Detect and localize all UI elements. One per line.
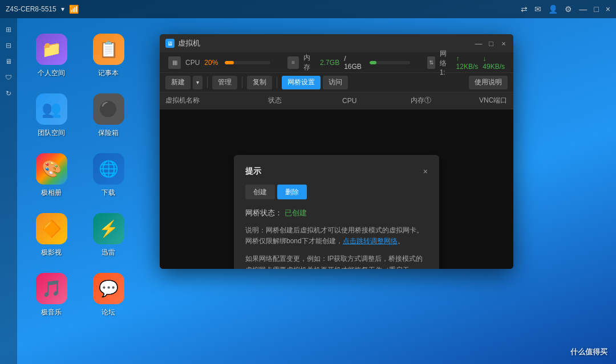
- photo-album-icon: 🎨: [36, 153, 67, 185]
- memory-total: / 16GB: [344, 55, 363, 71]
- desktop: Z4S-CER8-5515 ▾ 📶 ⇄ ✉ 👤 ⚙ — □ × ⊞ ⊟ 🖥 🛡 …: [0, 0, 616, 364]
- notepad-label: 记事本: [98, 68, 119, 78]
- dialog-close-x-btn[interactable]: ×: [423, 167, 428, 176]
- network-icon: ⇅: [427, 56, 435, 69]
- dialog-tabs: 创建 删除: [245, 185, 428, 199]
- vm-content-area: 提示 × 创建 删除 网桥状态： 已创建 说明：网桥创建后虚拟机才可以使用桥接模…: [160, 109, 513, 269]
- desktop-icon-video[interactable]: 🔶 极影视: [23, 205, 80, 265]
- download-label: 下载: [102, 188, 115, 198]
- network-up: ↑ 12KB/s: [456, 55, 479, 71]
- notepad-icon: 📋: [93, 34, 124, 65]
- dialog-status-value: 已创建: [285, 208, 307, 217]
- dialog-tab-delete[interactable]: 删除: [277, 185, 307, 199]
- minimize-icon[interactable]: —: [579, 5, 587, 14]
- desktop-icon-safe[interactable]: ⚫ 保险箱: [80, 85, 137, 145]
- desktop-icon-music[interactable]: 🎵 极音乐: [23, 265, 80, 325]
- memory-progress-bar: [370, 61, 376, 64]
- logs-button[interactable]: 访问: [323, 76, 348, 89]
- memory-icon: ≡: [287, 56, 298, 69]
- desktop-icon-team-space[interactable]: 👥 团队空间: [23, 85, 80, 145]
- vm-window-title: 虚拟机: [178, 38, 200, 48]
- sidebar-grid-icon[interactable]: ⊟: [3, 40, 14, 51]
- taskbar-device-title[interactable]: Z4S-CER8-5515: [6, 5, 56, 13]
- user-icon[interactable]: 👤: [548, 5, 558, 14]
- network-down: ↓ 49KB/s: [483, 55, 505, 71]
- desktop-icon-forum[interactable]: 💬 论坛: [80, 265, 137, 325]
- desktop-icons-grid: 📁 个人空间 📋 记事本 👥 团队空间 ⚫ 保险箱 🎨 极相册 🌐 下载 🔶 极…: [23, 26, 137, 364]
- dialog-desc-link[interactable]: 点击跳转调整网络: [343, 237, 398, 245]
- safe-label: 保险箱: [98, 128, 119, 138]
- new-button[interactable]: 新建: [165, 76, 191, 89]
- cpu-progress-bar: [225, 61, 234, 64]
- desktop-icon-personal-space[interactable]: 📁 个人空间: [23, 26, 80, 85]
- memory-status: ≡ 内存 2.7GB / 16GB: [287, 53, 410, 72]
- dialog-status-row: 网桥状态： 已创建: [245, 207, 428, 218]
- sidebar-refresh-icon[interactable]: ↻: [3, 88, 14, 99]
- sidebar-monitor-icon[interactable]: 🖥: [3, 56, 14, 67]
- forum-icon: 💬: [93, 273, 124, 304]
- new-dropdown[interactable]: ▾: [193, 76, 202, 89]
- taskbar-dropdown-arrow[interactable]: ▾: [61, 5, 64, 13]
- xunlei-label: 迅雷: [102, 248, 115, 257]
- cpu-icon: ▦: [168, 56, 181, 69]
- sidebar-apps-icon[interactable]: ⊞: [3, 24, 14, 35]
- network-label: 网络1:: [440, 49, 452, 76]
- vm-title-icon: 🖥: [165, 39, 175, 48]
- taskbar-left: Z4S-CER8-5515 ▾ 📶: [6, 5, 79, 14]
- desktop-icon-photo-album[interactable]: 🎨 极相册: [23, 145, 80, 205]
- th-status: 状态: [268, 96, 342, 105]
- th-vnc: VNC端口: [479, 96, 508, 105]
- wifi-icon: 📶: [69, 5, 79, 14]
- personal-space-label: 个人空间: [38, 68, 65, 78]
- video-label: 极影视: [41, 248, 62, 257]
- team-space-label: 团队空间: [38, 128, 65, 138]
- copy-button[interactable]: 复制: [247, 76, 272, 89]
- personal-space-icon: 📁: [36, 34, 67, 65]
- music-icon: 🎵: [36, 273, 67, 304]
- dialog-status-label: 网桥状态：: [245, 208, 282, 217]
- dialog-description: 说明：网桥创建后虚拟机才可以使用桥接模式的虚拟网卡。网桥仅限解绑bond下才能创…: [245, 225, 428, 247]
- xunlei-icon: ⚡: [93, 213, 124, 244]
- email-icon[interactable]: ✉: [534, 5, 541, 14]
- network-settings-button[interactable]: 网桥设置: [282, 76, 321, 89]
- toolbar-separator-1: [207, 77, 208, 88]
- transfer-icon[interactable]: ⇄: [521, 5, 528, 14]
- dialog-box: 提示 × 创建 删除 网桥状态： 已创建 说明：网桥创建后虚拟机才可以使用桥接模…: [234, 155, 439, 269]
- safe-icon: ⚫: [93, 93, 124, 125]
- maximize-icon[interactable]: □: [594, 5, 598, 14]
- desktop-icon-xunlei[interactable]: ⚡ 迅雷: [80, 205, 137, 265]
- vm-table-header: 虚拟机名称 状态 CPU 内存① VNC端口: [160, 92, 513, 109]
- vm-close-btn[interactable]: ×: [500, 39, 508, 47]
- sidebar-shield-icon[interactable]: 🛡: [3, 72, 14, 83]
- toolbar-separator-3: [277, 77, 277, 88]
- network-status: ⇅ 网络1: ↑ 12KB/s ↓ 49KB/s: [427, 49, 505, 76]
- toolbar-separator-2: [242, 77, 242, 88]
- forum-label: 论坛: [102, 308, 115, 317]
- manage-button[interactable]: 管理: [212, 76, 237, 89]
- cpu-value: 20%: [204, 59, 218, 67]
- vm-maximize-btn[interactable]: □: [487, 39, 495, 47]
- music-label: 极音乐: [41, 308, 62, 317]
- video-icon: 🔶: [36, 213, 67, 244]
- vm-minimize-btn[interactable]: —: [475, 39, 483, 47]
- cpu-label: CPU: [185, 59, 200, 67]
- vm-statusbar: ▦ CPU 20% ≡ 内存 2.7GB / 16GB ⇅ 网络1: ↑ 12K…: [160, 52, 513, 73]
- settings-icon[interactable]: ⚙: [565, 5, 572, 14]
- dialog-tab-create[interactable]: 创建: [245, 185, 275, 199]
- memory-label: 内存: [303, 53, 315, 72]
- dialog-title: 提示: [245, 166, 261, 177]
- vm-title-area: 🖥 虚拟机: [165, 38, 200, 48]
- desktop-icon-notepad[interactable]: 📋 记事本: [80, 26, 137, 85]
- th-cpu: CPU: [342, 97, 411, 105]
- close-icon[interactable]: ×: [606, 5, 610, 14]
- th-memory: 内存①: [411, 96, 479, 105]
- desktop-icon-download[interactable]: 🌐 下载: [80, 145, 137, 205]
- vm-window-controls: — □ ×: [475, 39, 508, 47]
- watermark: 什么值得买: [570, 347, 607, 357]
- download-icon: 🌐: [93, 153, 124, 185]
- vm-window: 🖥 虚拟机 — □ × ▦ CPU 20% ≡ 内存 2.7GB: [160, 34, 513, 269]
- help-button[interactable]: 使用说明: [469, 76, 508, 89]
- dialog-overlay: 提示 × 创建 删除 网桥状态： 已创建 说明：网桥创建后虚拟机才可以使用桥接模…: [160, 109, 513, 269]
- th-name: 虚拟机名称: [165, 96, 268, 105]
- cpu-status: ▦ CPU 20%: [168, 56, 270, 69]
